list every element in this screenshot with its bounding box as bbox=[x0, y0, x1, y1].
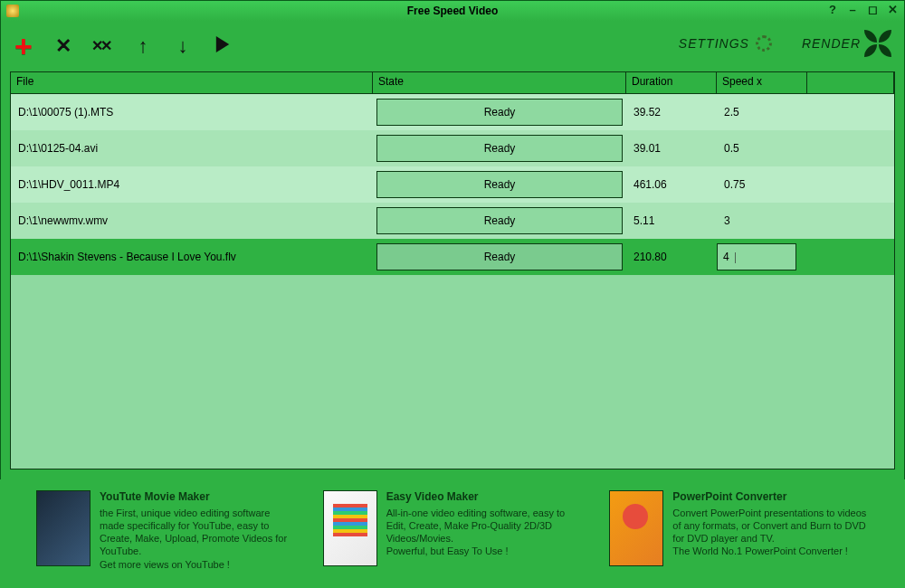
ad-title: PowerPoint Converter bbox=[672, 490, 869, 505]
move-down-button[interactable]: ↓ bbox=[169, 33, 196, 60]
file-table: File State Duration Speed x D:\1\00075 (… bbox=[10, 71, 895, 469]
plus-icon: + bbox=[14, 29, 33, 64]
app-icon bbox=[6, 5, 19, 17]
remove-all-button[interactable] bbox=[90, 33, 117, 60]
close-button[interactable]: ✕ bbox=[886, 4, 899, 16]
gear-icon bbox=[753, 33, 775, 54]
cell-duration: 39.01 bbox=[626, 142, 717, 155]
minimize-button[interactable]: – bbox=[846, 4, 859, 16]
window-title: Free Speed Video bbox=[407, 5, 498, 17]
maximize-button[interactable]: ◻ bbox=[866, 4, 879, 16]
header-duration[interactable]: Duration bbox=[626, 72, 717, 94]
ad-body: All-in-one video editing software, easy … bbox=[386, 507, 583, 545]
speed-input[interactable]: 4│ bbox=[717, 243, 796, 270]
table-row[interactable]: D:\1\HDV_0011.MP4Ready461.060.75 bbox=[11, 166, 894, 203]
cell-file: D:\1\0125-04.avi bbox=[11, 142, 373, 155]
ad-thumb-icon bbox=[609, 490, 663, 566]
cell-duration: 39.52 bbox=[626, 106, 717, 119]
double-x-icon bbox=[91, 37, 115, 55]
header-state[interactable]: State bbox=[373, 72, 626, 94]
ad-item[interactable]: YouTute Movie Maker the First, unique vi… bbox=[36, 490, 296, 577]
ad-body: the First, unique video editing software… bbox=[100, 507, 296, 558]
move-up-button[interactable]: ↑ bbox=[129, 33, 157, 60]
state-button[interactable]: Ready bbox=[376, 99, 623, 126]
play-icon bbox=[214, 36, 231, 56]
header-speed[interactable]: Speed x bbox=[717, 72, 807, 94]
table-body: D:\1\00075 (1).MTSReady39.522.5D:\1\0125… bbox=[11, 94, 894, 275]
ad-item[interactable]: Easy Video Maker All-in-one video editin… bbox=[323, 490, 583, 577]
state-button[interactable]: Ready bbox=[376, 171, 623, 198]
table-row[interactable]: D:\1\00075 (1).MTSReady39.522.5 bbox=[11, 94, 894, 130]
cell-file: D:\1\newwmv.wmv bbox=[11, 214, 373, 227]
ad-title: Easy Video Maker bbox=[386, 490, 583, 505]
table-row[interactable]: D:\1\0125-04.aviReady39.010.5 bbox=[11, 130, 894, 166]
ads-panel: YouTute Movie Maker the First, unique vi… bbox=[0, 479, 905, 588]
remove-button[interactable]: ✕ bbox=[50, 33, 77, 60]
add-button[interactable]: + bbox=[10, 33, 37, 60]
toolbar: + ✕ ↑ ↓ SETTINGS RENDER bbox=[1, 21, 904, 71]
table-header: File State Duration Speed x bbox=[11, 72, 894, 94]
ad-thumb-icon bbox=[36, 490, 90, 566]
header-spacer bbox=[807, 72, 894, 94]
ad-body: Convert PowerPoint presentations to vide… bbox=[672, 507, 869, 545]
cell-file: D:\1\Shakin Stevens - Because I Love You… bbox=[11, 251, 373, 263]
arrow-down-icon: ↓ bbox=[178, 34, 188, 58]
table-row[interactable]: D:\1\Shakin Stevens - Because I Love You… bbox=[11, 239, 894, 275]
cell-file: D:\1\00075 (1).MTS bbox=[11, 106, 373, 119]
ad-footer: Powerful, but Easy To Use ! bbox=[386, 545, 583, 557]
cell-speed[interactable]: 2.5 bbox=[717, 106, 807, 119]
ad-thumb-icon bbox=[323, 490, 377, 566]
titlebar: Free Speed Video ? – ◻ ✕ bbox=[1, 1, 904, 21]
cell-speed[interactable]: 3 bbox=[717, 214, 807, 227]
arrow-up-icon: ↑ bbox=[138, 34, 148, 58]
help-button[interactable]: ? bbox=[826, 4, 839, 16]
clover-icon bbox=[864, 30, 891, 57]
header-file[interactable]: File bbox=[11, 72, 373, 94]
render-button[interactable]: RENDER bbox=[802, 30, 891, 57]
settings-button[interactable]: SETTINGS bbox=[679, 33, 775, 54]
table-row[interactable]: D:\1\newwmv.wmvReady5.113 bbox=[11, 203, 894, 239]
render-label: RENDER bbox=[802, 36, 861, 51]
ad-footer: Get more views on YouTube ! bbox=[100, 558, 296, 571]
ad-footer: The World No.1 PowerPoint Converter ! bbox=[672, 545, 869, 557]
cell-duration: 210.80 bbox=[626, 251, 717, 263]
state-button[interactable]: Ready bbox=[376, 135, 623, 162]
cell-file: D:\1\HDV_0011.MP4 bbox=[11, 178, 373, 191]
state-button[interactable]: Ready bbox=[376, 207, 623, 234]
state-button[interactable]: Ready bbox=[376, 243, 623, 270]
cell-duration: 5.11 bbox=[626, 214, 717, 227]
cell-duration: 461.06 bbox=[626, 178, 717, 191]
cell-speed[interactable]: 0.75 bbox=[717, 178, 807, 191]
x-icon: ✕ bbox=[55, 34, 71, 58]
ad-title: YouTute Movie Maker bbox=[100, 490, 296, 505]
ad-item[interactable]: PowerPoint Converter Convert PowerPoint … bbox=[609, 490, 869, 577]
play-button[interactable] bbox=[209, 33, 236, 60]
cell-speed[interactable]: 0.5 bbox=[717, 142, 807, 155]
settings-label: SETTINGS bbox=[679, 36, 749, 51]
